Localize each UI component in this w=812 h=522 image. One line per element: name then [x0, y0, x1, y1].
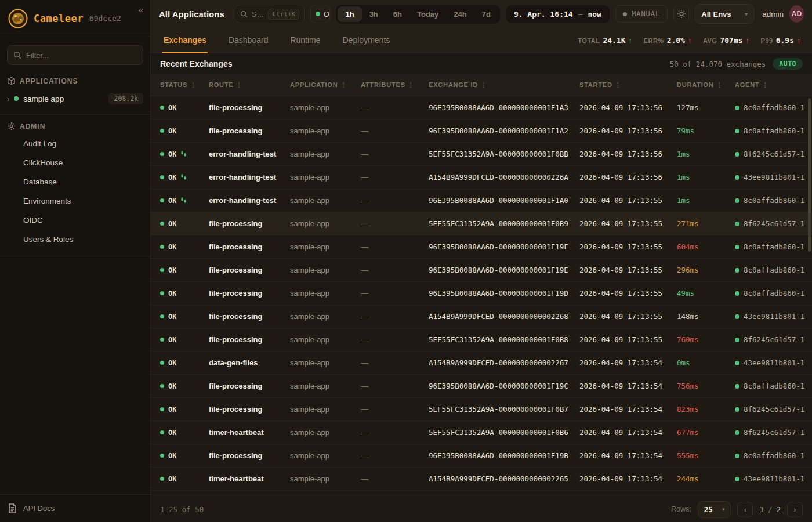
agent-id: 43ee9811b801-1 [744, 173, 804, 182]
api-docs-label: API Docs [23, 504, 55, 513]
attributes-cell: — [361, 173, 429, 182]
route-cell: file-processing [209, 242, 290, 251]
table-row[interactable]: OK error-handling-test sample-app — 5EF5… [151, 143, 812, 166]
user-avatar[interactable]: AD [789, 5, 804, 23]
time-range-today[interactable]: Today [409, 6, 446, 22]
status-cell: OK [160, 266, 209, 274]
time-range-1h[interactable]: 1h [338, 6, 361, 22]
table-row[interactable]: OK timer-heartbeat sample-app — 5EF55FC3… [151, 421, 812, 444]
rows-per-page-select[interactable]: 25 ▾ [698, 501, 731, 518]
sidebar-item-oidc[interactable]: OIDC [0, 211, 150, 230]
table-row[interactable]: OK file-processing sample-app — A154B9A9… [151, 305, 812, 328]
sidebar-item-environments[interactable]: Environments [0, 191, 150, 211]
prev-page-button[interactable]: ‹ [737, 502, 753, 517]
table-row[interactable]: OK file-processing sample-app — 5EF55FC3… [151, 212, 812, 235]
time-range-3h[interactable]: 3h [362, 6, 386, 22]
manual-refresh-button[interactable]: MANUAL [615, 5, 668, 23]
sidebar-item-audit-log[interactable]: Audit Log [0, 134, 150, 153]
auto-refresh-badge[interactable]: AUTO [773, 58, 803, 70]
sidebar: Cameleer 69dcce2 « Filter... APPLICATION… [0, 0, 151, 522]
started-cell: 2026-04-09 17:13:55 [579, 266, 677, 274]
attributes-cell: — [361, 219, 429, 228]
attributes-cell: — [361, 242, 429, 251]
sidebar-collapse-icon[interactable]: « [139, 5, 143, 14]
attributes-cell: — [361, 405, 429, 414]
status-ok-dot [160, 314, 164, 318]
table-row[interactable]: OK file-processing sample-app — 5EF55FC3… [151, 328, 812, 351]
table-row[interactable]: OK data-gen-files sample-app — A154B9A99… [151, 351, 812, 375]
application-cell: sample-app [290, 428, 361, 437]
exchange-id-cell: 96E395B0088AA6D-000000000001F1A3 [429, 103, 579, 112]
api-docs-link[interactable]: API Docs [0, 494, 150, 522]
column-header-agent[interactable]: AGENT⋮ [735, 81, 806, 89]
status-ok-dot [160, 477, 164, 481]
theme-toggle-button[interactable] [673, 5, 689, 23]
column-header-duration[interactable]: DURATION⋮ [677, 81, 735, 89]
time-range-7d[interactable]: 7d [474, 6, 498, 22]
env-select[interactable]: All Envs ▾ [695, 4, 754, 24]
status-cell: OK [160, 220, 209, 228]
vertical-scrollbar[interactable] [808, 98, 811, 252]
chevron-right-icon[interactable]: › [7, 95, 9, 103]
route-cell: timer-heartbeat [209, 474, 290, 483]
date-range-display[interactable]: 9. Apr. 16:14 – now [506, 5, 610, 23]
sidebar-item-clickhouse[interactable]: ClickHouse [0, 153, 150, 172]
attributes-cell: — [361, 358, 429, 367]
time-range-24h[interactable]: 24h [446, 6, 474, 22]
agent-id: 43ee9811b801-1 [744, 358, 804, 367]
agent-id: 43ee9811b801-1 [744, 312, 804, 321]
sidebar-item-sample-app[interactable]: › sample app 208.2k [0, 89, 150, 108]
table-row[interactable]: OK timer-heartbeat sample-app — A154B9A9… [151, 467, 812, 491]
table-row[interactable]: OK file-processing sample-app — 96E395B0… [151, 375, 812, 398]
agent-status-dot [735, 361, 740, 365]
app-version: 69dcce2 [89, 14, 121, 23]
agent-id: 8c0affadb860-1 [744, 103, 804, 112]
time-range-6h[interactable]: 6h [386, 6, 409, 22]
status-label: OK [168, 220, 176, 228]
table-row[interactable]: OK file-processing sample-app — 96E395B0… [151, 282, 812, 305]
tab-exchanges[interactable]: Exchanges [162, 28, 208, 53]
column-header-exchange-id[interactable]: EXCHANGE ID⋮ [429, 81, 579, 89]
application-cell: sample-app [290, 405, 361, 414]
sidebar-filter-input[interactable]: Filter... [7, 45, 143, 65]
next-page-button[interactable]: › [787, 502, 803, 517]
application-cell: sample-app [290, 242, 361, 251]
table-row[interactable]: OK file-processing sample-app — 96E395B0… [151, 119, 812, 143]
table-row[interactable]: OK error-handling-test sample-app — 96E3… [151, 189, 812, 212]
tab-dashboard[interactable]: Dashboard [227, 28, 270, 53]
agent-id: 8f6245c61d57-1 [744, 219, 804, 228]
status-ok-dot [160, 430, 164, 434]
route-cell: file-processing [209, 335, 290, 344]
sidebar-item-database[interactable]: Database [0, 172, 150, 191]
table-row[interactable]: OK file-processing sample-app — 96E395B0… [151, 96, 812, 119]
column-header-application[interactable]: APPLICATION⋮ [290, 81, 361, 89]
tab-deployments[interactable]: Deployments [342, 28, 392, 53]
tab-runtime[interactable]: Runtime [289, 28, 321, 53]
column-header-started[interactable]: STARTED⋮ [579, 81, 677, 89]
table-title: Recent Exchanges [160, 59, 233, 68]
table-row[interactable]: OK file-processing sample-app — 5EF55FC3… [151, 398, 812, 421]
route-cell: file-processing [209, 405, 290, 414]
sidebar-item-users-roles[interactable]: Users & Roles [0, 230, 150, 249]
application-cell: sample-app [290, 382, 361, 390]
column-header-attributes[interactable]: ATTRIBUTES⋮ [361, 81, 429, 89]
footprints-icon [180, 174, 187, 180]
table-row[interactable]: OK file-processing sample-app — 96E395B0… [151, 444, 812, 467]
table-row[interactable]: OK file-processing sample-app — 96E395B0… [151, 235, 812, 259]
table-row[interactable]: OK file-processing sample-app — 96E395B0… [151, 259, 812, 282]
column-header-route[interactable]: ROUTE⋮ [209, 81, 290, 89]
exchange-id-cell: A154B9A999DFCED-0000000000002267 [429, 358, 579, 367]
exchange-id-cell: 5EF55FC31352A9A-000000000001F0B6 [429, 428, 579, 437]
agent-id: 8f6245c61d57-1 [744, 335, 804, 344]
agent-status-dot [735, 222, 740, 226]
column-header-status[interactable]: STATUS⋮ [160, 81, 209, 89]
trend-up-icon: ↑ [629, 37, 632, 45]
started-cell: 2026-04-09 17:13:55 [579, 242, 677, 251]
table-row[interactable]: OK error-handling-test sample-app — A154… [151, 166, 812, 189]
online-status-pill[interactable]: O [310, 5, 331, 23]
started-cell: 2026-04-09 17:13:54 [579, 358, 677, 367]
started-cell: 2026-04-09 17:13:55 [579, 219, 677, 228]
global-search-input[interactable]: S… Ctrl+K [235, 5, 304, 23]
online-status-dot [316, 12, 320, 16]
started-cell: 2026-04-09 17:13:54 [579, 451, 677, 460]
